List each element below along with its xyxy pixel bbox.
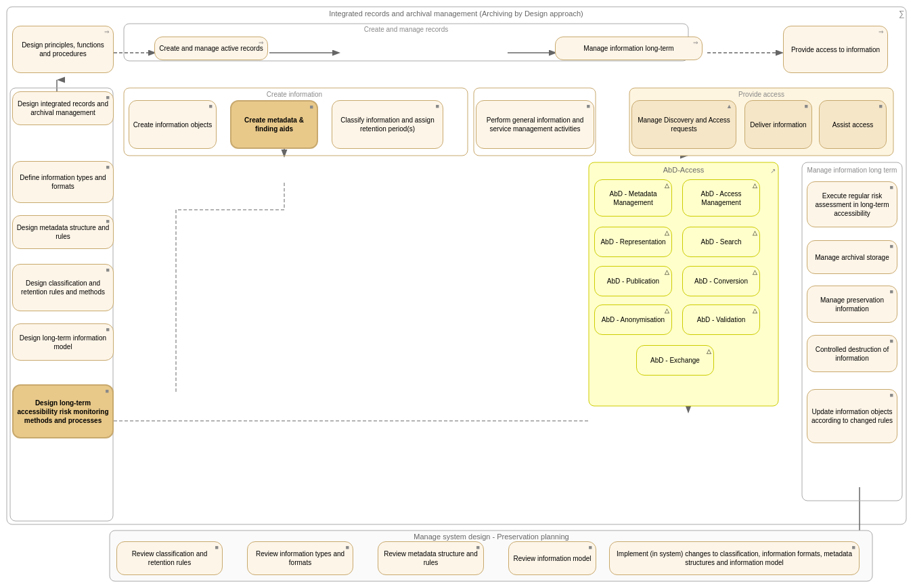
svg-text:Manage information long term: Manage information long term xyxy=(807,166,897,174)
abd-validation-label: AbD - Validation xyxy=(697,315,746,324)
arrows-svg: Integrated records and archival manageme… xyxy=(0,0,913,588)
abd-publication-label: AbD - Publication xyxy=(607,277,659,286)
create-info-objects-label: Create information objects xyxy=(133,120,213,129)
assist-access-box: Assist access ■ xyxy=(819,100,887,149)
assist-access-label: Assist access xyxy=(832,120,874,129)
provide-access-info-box: Provide access to information ⇒ xyxy=(783,26,888,73)
abd-exchange-box: AbD - Exchange △ xyxy=(636,345,714,376)
abd-publication-box: AbD - Publication △ xyxy=(594,266,672,296)
abd-exchange-label: AbD - Exchange xyxy=(650,356,700,365)
design-integrated-box: Design integrated records and archival m… xyxy=(12,91,114,125)
design-principles-box: Design principles, functions and procedu… xyxy=(12,26,114,73)
manage-preservation-label: Manage preservation information xyxy=(810,296,894,313)
review-info-model-box: Review information model ■ xyxy=(508,541,596,575)
review-classification-box: Review classification and retention rule… xyxy=(116,541,223,575)
implement-changes-box: Implement (in system) changes to classif… xyxy=(609,541,860,575)
abd-search-box: AbD - Search △ xyxy=(682,227,760,257)
svg-text:∑: ∑ xyxy=(899,9,905,18)
manage-discovery-label: Manage Discovery and Access requests xyxy=(635,116,733,133)
review-metadata-label: Review metadata structure and rules xyxy=(381,549,481,567)
abd-representation-box: AbD - Representation △ xyxy=(594,227,672,257)
svg-text:Integrated records and archiva: Integrated records and archival manageme… xyxy=(329,9,583,18)
update-info-objects-box: Update information objects according to … xyxy=(807,389,897,443)
design-metadata-label: Design metadata structure and rules xyxy=(16,223,110,241)
execute-risk-label: Execute regular risk assessment in long-… xyxy=(810,191,894,218)
manage-archival-label: Manage archival storage xyxy=(815,253,889,262)
abd-representation-label: AbD - Representation xyxy=(600,238,665,246)
create-active-label: Create and manage active records xyxy=(159,44,263,53)
create-metadata-box[interactable]: Create metadata & finding aids ■ xyxy=(230,100,318,149)
svg-rect-0 xyxy=(7,7,906,524)
manage-info-longterm-top-label: Manage information long-term xyxy=(583,44,673,53)
design-integrated-label: Design integrated records and archival m… xyxy=(16,99,110,117)
design-classification-box: Design classification and retention rule… xyxy=(12,264,114,311)
abd-anonymisation-label: AbD - Anonymisation xyxy=(602,315,665,324)
abd-access-mgmt-box: AbD - Access Management △ xyxy=(682,179,760,217)
review-info-model-label: Review information model xyxy=(513,554,591,563)
svg-text:Provide access: Provide access xyxy=(738,91,784,98)
svg-text:Manage system design - Preserv: Manage system design - Preservation plan… xyxy=(414,533,569,541)
diagram-container: Integrated records and archival manageme… xyxy=(0,0,913,588)
svg-text:AbD-Access: AbD-Access xyxy=(663,166,705,174)
abd-metadata-label: AbD - Metadata Management xyxy=(598,189,669,207)
classify-info-label: Classify information and assign retentio… xyxy=(335,116,440,133)
abd-metadata-box: AbD - Metadata Management △ xyxy=(594,179,672,217)
svg-text:Create information: Create information xyxy=(267,91,322,98)
manage-discovery-box: Manage Discovery and Access requests ▲ xyxy=(631,100,736,149)
design-classification-label: Design classification and retention rule… xyxy=(16,279,110,296)
design-longterm-model-label: Design long-term information model xyxy=(16,334,110,351)
execute-risk-box: Execute regular risk assessment in long-… xyxy=(807,181,897,227)
abd-anonymisation-box: AbD - Anonymisation △ xyxy=(594,304,672,335)
define-info-types-label: Define information types and formats xyxy=(16,173,110,191)
create-info-objects-box: Create information objects ■ xyxy=(129,100,217,149)
design-metadata-box: Design metadata structure and rules ■ xyxy=(12,215,114,249)
design-longterm-model-box: Design long-term information model ■ xyxy=(12,323,114,361)
manage-archival-box: Manage archival storage ■ xyxy=(807,240,897,274)
abd-conversion-box: AbD - Conversion △ xyxy=(682,266,760,296)
design-longterm-accessibility-label: Design long-term accessibility risk moni… xyxy=(16,399,110,425)
review-metadata-box: Review metadata structure and rules ■ xyxy=(378,541,484,575)
review-classification-label: Review classification and retention rule… xyxy=(120,549,219,567)
provide-access-info-label: Provide access to information xyxy=(791,45,880,54)
implement-changes-label: Implement (in system) changes to classif… xyxy=(613,549,856,567)
design-principles-label: Design principles, functions and procedu… xyxy=(16,41,110,58)
controlled-destruction-label: Controlled destruction of information xyxy=(810,345,894,363)
abd-validation-box: AbD - Validation △ xyxy=(682,304,760,335)
define-info-types-box: Define information types and formats ■ xyxy=(12,161,114,203)
svg-text:Create and manage records: Create and manage records xyxy=(364,26,449,33)
abd-access-mgmt-label: AbD - Access Management xyxy=(686,189,757,207)
update-info-objects-label: Update information objects according to … xyxy=(810,407,894,425)
deliver-info-box: Deliver information ■ xyxy=(744,100,812,149)
create-metadata-label: Create metadata & finding aids xyxy=(234,116,314,133)
review-info-types-label: Review information types and formats xyxy=(250,549,350,567)
abd-search-label: AbD - Search xyxy=(700,238,741,246)
manage-preservation-box: Manage preservation information ■ xyxy=(807,286,897,323)
abd-conversion-label: AbD - Conversion xyxy=(694,277,748,286)
design-longterm-accessibility-box: Design long-term accessibility risk moni… xyxy=(12,384,114,438)
deliver-info-label: Deliver information xyxy=(750,120,806,129)
perform-general-box: Perform general information and service … xyxy=(476,100,594,149)
review-info-types-box: Review information types and formats ■ xyxy=(247,541,353,575)
create-active-box: Create and manage active records ⇒ xyxy=(154,37,268,60)
svg-text:↗: ↗ xyxy=(770,167,776,175)
perform-general-label: Perform general information and service … xyxy=(479,116,591,133)
classify-info-box: Classify information and assign retentio… xyxy=(332,100,443,149)
manage-info-longterm-top-box: Manage information long-term ⇒ xyxy=(555,37,703,60)
controlled-destruction-box: Controlled destruction of information ■ xyxy=(807,335,897,372)
